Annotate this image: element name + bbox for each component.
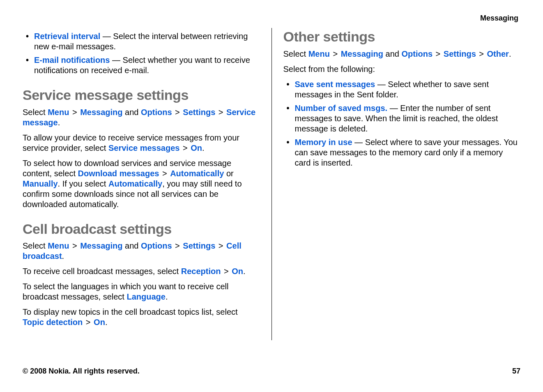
columns: Retrieval interval — Select the interval… — [23, 28, 520, 344]
link-reception[interactable]: Reception — [181, 267, 221, 276]
link-on[interactable]: On — [191, 143, 202, 152]
text: . — [58, 118, 60, 127]
separator-gt: > — [215, 241, 226, 250]
link-save-sent-messages[interactable]: Save sent messages — [295, 80, 375, 89]
link-on[interactable]: On — [232, 267, 243, 276]
link-settings[interactable]: Settings — [444, 49, 476, 58]
link-messaging[interactable]: Messaging — [80, 108, 122, 117]
link-settings[interactable]: Settings — [183, 241, 215, 250]
link-service-messages[interactable]: Service messages — [108, 143, 179, 152]
separator-gt: > — [159, 169, 170, 178]
link-messaging[interactable]: Messaging — [341, 49, 383, 58]
link-menu[interactable]: Menu — [308, 49, 330, 58]
link-number-of-saved-msgs[interactable]: Number of saved msgs. — [295, 104, 388, 113]
separator-gt: > — [221, 267, 232, 276]
link-on[interactable]: On — [94, 318, 105, 327]
text: . — [62, 251, 64, 261]
separator-gt: > — [69, 241, 80, 250]
cell-path: Select Menu > Messaging and Options > Se… — [23, 241, 260, 261]
left-column: Retrieval interval — Select the interval… — [23, 28, 260, 344]
link-other[interactable]: Other — [487, 49, 509, 58]
list-item: Memory in use — Select where to save you… — [295, 137, 521, 168]
link-email-notifications[interactable]: E-mail notifications — [34, 55, 110, 65]
text: To receive cell broadcast messages, sele… — [23, 267, 181, 276]
other-path: Select Menu > Messaging and Options > Se… — [283, 49, 521, 59]
link-retrieval-interval[interactable]: Retrieval interval — [34, 32, 100, 41]
link-menu[interactable]: Menu — [48, 108, 69, 117]
copyright: © 2008 Nokia. All rights reserved. — [23, 367, 140, 376]
link-manually[interactable]: Manually — [23, 179, 58, 188]
text: . — [166, 292, 168, 301]
text: or — [224, 169, 233, 178]
link-download-messages[interactable]: Download messages — [78, 169, 159, 178]
link-settings[interactable]: Settings — [183, 108, 215, 117]
page: Messaging Retrieval interval — Select th… — [0, 0, 543, 392]
heading-cell-broadcast-settings: Cell broadcast settings — [23, 220, 260, 238]
text: . — [202, 143, 205, 152]
link-options[interactable]: Options — [141, 108, 172, 117]
link-topic-detection[interactable]: Topic detection — [23, 318, 83, 327]
separator-gt: > — [330, 49, 341, 58]
link-options[interactable]: Options — [402, 49, 433, 58]
intro-bullet-list: Retrieval interval — Select the interval… — [23, 31, 260, 76]
link-automatically[interactable]: Automatically — [108, 179, 162, 188]
cell-p2: To receive cell broadcast messages, sele… — [23, 266, 260, 277]
link-options[interactable]: Options — [141, 241, 172, 250]
footer: © 2008 Nokia. All rights reserved. 57 — [23, 367, 520, 376]
text: Select — [23, 108, 48, 117]
text: . — [105, 318, 108, 327]
page-number: 57 — [512, 367, 520, 376]
select-from-following: Select from the following: — [283, 64, 521, 74]
text: Select — [283, 49, 308, 58]
text: and — [123, 108, 141, 117]
service-p2: To allow your device to receive service … — [23, 133, 260, 153]
link-menu[interactable]: Menu — [48, 241, 69, 250]
separator-gt: > — [69, 108, 80, 117]
link-memory-in-use[interactable]: Memory in use — [295, 138, 352, 147]
cell-p3: To select the languages in which you wan… — [23, 281, 260, 302]
header-section-label: Messaging — [480, 14, 518, 23]
separator-gt: > — [179, 143, 191, 152]
separator-gt: > — [476, 49, 487, 58]
heading-service-message-settings: Service message settings — [23, 86, 260, 104]
column-divider — [272, 28, 272, 340]
cell-p4: To display new topics in the cell broadc… — [23, 307, 260, 327]
right-column: Other settings Select Menu > Messaging a… — [283, 28, 521, 344]
service-p3: To select how to download services and s… — [23, 158, 260, 210]
link-language[interactable]: Language — [127, 292, 165, 301]
text: and — [383, 49, 401, 58]
list-item: Retrieval interval — Select the interval… — [34, 31, 260, 52]
other-bullet-list: Save sent messages — Select whether to s… — [283, 79, 521, 168]
link-messaging[interactable]: Messaging — [80, 241, 122, 250]
heading-other-settings: Other settings — [283, 28, 521, 46]
list-item: Save sent messages — Select whether to s… — [295, 79, 521, 100]
text: Select — [23, 241, 48, 250]
service-path: Select Menu > Messaging and Options > Se… — [23, 107, 260, 128]
separator-gt: > — [83, 318, 94, 327]
text: . If you select — [58, 179, 108, 188]
separator-gt: > — [172, 241, 183, 250]
list-item: Number of saved msgs. — Enter the number… — [295, 103, 521, 134]
separator-gt: > — [215, 108, 226, 117]
link-automatically[interactable]: Automatically — [170, 169, 224, 178]
text: To select the languages in which you wan… — [23, 282, 228, 301]
separator-gt: > — [433, 49, 444, 58]
text: . — [509, 49, 511, 58]
text: . — [243, 267, 246, 276]
text: and — [123, 241, 141, 250]
list-item: E-mail notifications — Select whether yo… — [34, 55, 260, 76]
separator-gt: > — [172, 108, 183, 117]
text: To display new topics in the cell broadc… — [23, 307, 238, 316]
